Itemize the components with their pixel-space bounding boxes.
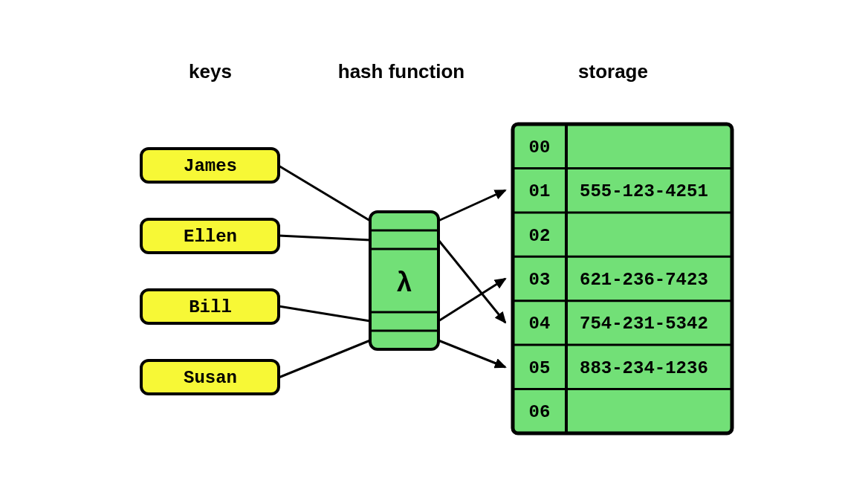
storage-index-3: 03 [529,270,551,290]
storage-table: 00 01 555-123-4251 02 03 621-236-7423 04… [513,124,732,433]
key-label-3: Susan [184,368,237,388]
hash-diagram: keys hash function storage James Ellen B… [0,0,868,492]
edge-out-2 [438,279,505,321]
storage-index-1: 01 [529,181,551,201]
key-label-0: James [184,156,237,176]
edge-key-1 [279,236,370,240]
storage-value-1: 555-123-4251 [580,181,708,201]
lambda-symbol: λ [397,267,412,297]
storage-index-2: 02 [529,226,551,246]
storage-index-4: 04 [529,314,551,334]
key-label-1: Ellen [184,227,237,247]
storage-value-3: 621-236-7423 [580,270,708,290]
hash-function-box: λ [370,212,438,349]
storage-title: storage [578,60,648,82]
storage-value-5: 883-234-1236 [580,358,708,378]
key-box-1: Ellen [141,219,279,253]
edge-out-0 [438,190,505,221]
storage-index-5: 05 [529,358,551,378]
edge-key-0 [279,166,370,221]
key-box-2: Bill [141,290,279,323]
edge-out-3 [438,340,505,367]
hash-function-title: hash function [338,60,464,82]
keys-title: keys [189,60,232,82]
storage-index-6: 06 [529,402,551,422]
storage-index-0: 00 [529,137,551,158]
key-box-3: Susan [141,360,279,394]
storage-value-4: 754-231-5342 [580,314,708,334]
key-box-0: James [141,149,279,182]
edge-out-1 [438,240,505,323]
edge-key-3 [279,340,370,378]
key-label-2: Bill [189,297,232,317]
edge-key-2 [279,306,370,321]
